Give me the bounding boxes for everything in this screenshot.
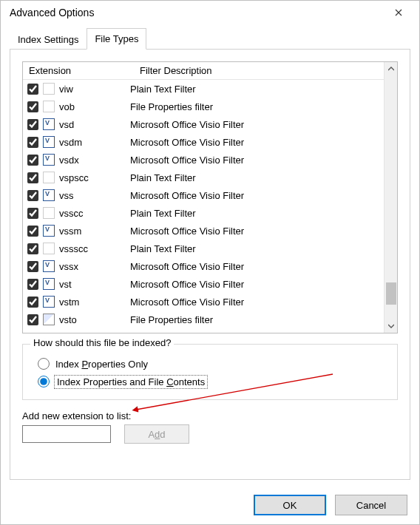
table-row[interactable]: vsssccPlain Text Filter: [23, 240, 384, 257]
column-header-extension[interactable]: Extension: [23, 62, 134, 79]
extension-cell: viw: [59, 84, 130, 95]
chevron-down-icon: [388, 324, 394, 328]
table-row[interactable]: vssccPlain Text Filter: [23, 204, 384, 222]
add-extension-label: Add new extension to list:: [22, 410, 398, 421]
dialog-window: Advanced Options Index Settings File Typ…: [0, 0, 420, 525]
radio-properties-only-row: Index Properties Only: [38, 358, 388, 370]
radio-properties-only[interactable]: [38, 358, 50, 370]
vertical-scrollbar[interactable]: [384, 62, 397, 333]
extension-cell: vsdx: [59, 155, 130, 166]
extension-cell: vsscc: [59, 208, 130, 219]
table-row[interactable]: vobFile Properties filter: [23, 98, 384, 115]
new-extension-input[interactable]: [22, 425, 111, 443]
column-header-description[interactable]: Filter Description: [134, 62, 384, 79]
list-header: Extension Filter Description: [23, 62, 384, 80]
radio-properties-contents-row: Index Properties and File Contents: [38, 376, 388, 387]
scroll-up-button[interactable]: [385, 62, 398, 75]
scroll-down-button[interactable]: [385, 319, 398, 333]
content-area: Index Settings File Types Extension Filt…: [1, 24, 419, 486]
file-icon: [43, 189, 55, 201]
table-row[interactable]: vssmMicrosoft Office Visio Filter: [23, 222, 384, 240]
group-legend: How should this file be indexed?: [30, 337, 174, 348]
tab-index-settings[interactable]: Index Settings: [10, 29, 87, 50]
table-row[interactable]: vstmMicrosoft Office Visio Filter: [23, 293, 384, 311]
extension-checkbox[interactable]: [27, 243, 38, 254]
description-cell: Plain Text Filter: [130, 243, 384, 254]
list-rows: viwPlain Text FiltervobFile Properties f…: [23, 80, 384, 328]
table-row[interactable]: vstoFile Properties filter: [23, 311, 384, 328]
cancel-button[interactable]: Cancel: [335, 495, 407, 515]
radio-properties-only-label[interactable]: Index Properties Only: [55, 359, 148, 370]
table-row[interactable]: vssMicrosoft Office Visio Filter: [23, 186, 384, 204]
extension-checkbox[interactable]: [27, 119, 38, 130]
extension-checkbox[interactable]: [27, 314, 38, 325]
file-icon: [43, 118, 55, 130]
tab-panel-file-types: Extension Filter Description viwPlain Te…: [10, 50, 410, 480]
tab-strip: Index Settings File Types: [10, 27, 410, 50]
scroll-thumb[interactable]: [386, 282, 396, 305]
description-cell: Microsoft Office Visio Filter: [130, 190, 384, 201]
extension-checkbox[interactable]: [27, 261, 38, 272]
chevron-up-icon: [388, 67, 394, 71]
file-icon: [43, 83, 55, 95]
extension-checkbox[interactable]: [27, 208, 38, 219]
extension-cell: vstm: [59, 297, 130, 308]
table-row[interactable]: vsdmMicrosoft Office Visio Filter: [23, 133, 384, 151]
extension-cell: vssx: [59, 261, 130, 272]
extension-checkbox[interactable]: [27, 279, 38, 290]
description-cell: File Properties filter: [130, 314, 384, 325]
description-cell: Microsoft Office Visio Filter: [130, 137, 384, 148]
close-icon: [395, 9, 402, 16]
file-icon: [43, 225, 55, 237]
extension-cell: vsd: [59, 119, 130, 130]
description-cell: Microsoft Office Visio Filter: [130, 155, 384, 166]
description-cell: Plain Text Filter: [130, 172, 384, 183]
file-icon: [43, 136, 55, 148]
radio-properties-contents-label[interactable]: Index Properties and File Contents: [55, 376, 206, 387]
extension-checkbox[interactable]: [27, 84, 38, 95]
file-icon: [43, 314, 55, 325]
extension-checkbox[interactable]: [27, 155, 38, 166]
extension-checkbox[interactable]: [27, 297, 38, 308]
description-cell: Microsoft Office Visio Filter: [130, 226, 384, 237]
description-cell: Microsoft Office Visio Filter: [130, 297, 384, 308]
table-row[interactable]: vsdMicrosoft Office Visio Filter: [23, 115, 384, 133]
description-cell: Plain Text Filter: [130, 84, 384, 95]
indexing-mode-group: How should this file be indexed? Index P…: [22, 344, 398, 400]
close-button[interactable]: [384, 2, 413, 23]
window-title: Advanced Options: [10, 7, 384, 18]
file-icon: [43, 172, 55, 183]
extension-checkbox[interactable]: [27, 101, 38, 112]
extension-checkbox[interactable]: [27, 172, 38, 183]
file-icon: [43, 243, 55, 254]
extension-list-content: Extension Filter Description viwPlain Te…: [23, 62, 384, 333]
dialog-footer: OK Cancel: [1, 486, 419, 524]
extension-checkbox[interactable]: [27, 137, 38, 148]
extension-checkbox[interactable]: [27, 226, 38, 237]
ok-button[interactable]: OK: [254, 495, 326, 515]
table-row[interactable]: vstMicrosoft Office Visio Filter: [23, 275, 384, 293]
add-extension-section: Add new extension to list: Add: [22, 410, 398, 444]
radio-properties-contents[interactable]: [38, 376, 50, 387]
table-row[interactable]: vssxMicrosoft Office Visio Filter: [23, 257, 384, 275]
description-cell: Microsoft Office Visio Filter: [130, 261, 384, 272]
add-extension-controls: Add: [22, 424, 398, 444]
extension-cell: vsto: [59, 314, 130, 325]
extension-cell: vst: [59, 279, 130, 290]
file-icon: [43, 154, 55, 166]
extension-checkbox[interactable]: [27, 190, 38, 201]
file-icon: [43, 101, 55, 112]
table-row[interactable]: vspsccPlain Text Filter: [23, 169, 384, 186]
table-row[interactable]: vsdxMicrosoft Office Visio Filter: [23, 151, 384, 169]
table-row[interactable]: viwPlain Text Filter: [23, 80, 384, 98]
tab-file-types[interactable]: File Types: [87, 28, 146, 50]
description-cell: Microsoft Office Visio Filter: [130, 119, 384, 130]
file-icon: [43, 207, 55, 219]
extension-cell: vspscc: [59, 172, 130, 183]
add-button[interactable]: Add: [124, 424, 189, 444]
extension-cell: vss: [59, 190, 130, 201]
scroll-track[interactable]: [385, 75, 398, 319]
file-icon: [43, 278, 55, 290]
description-cell: Microsoft Office Visio Filter: [130, 279, 384, 290]
extension-list: Extension Filter Description viwPlain Te…: [22, 61, 398, 333]
